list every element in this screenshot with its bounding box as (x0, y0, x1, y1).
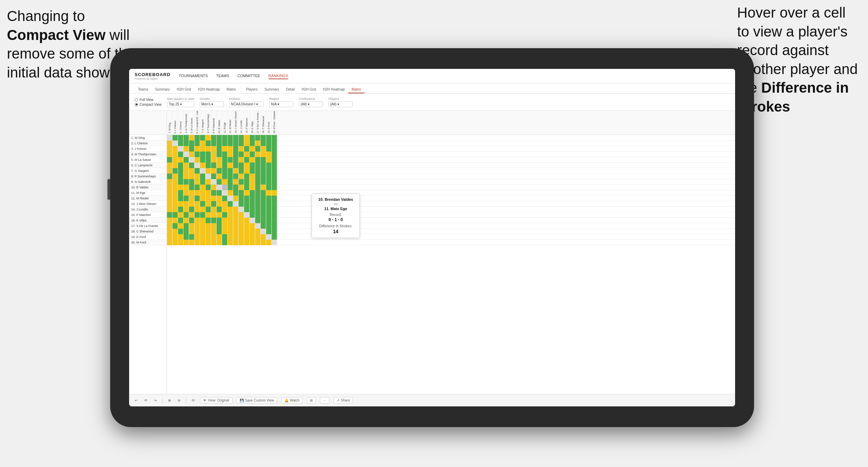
matrix-cell[interactable] (228, 201, 233, 207)
matrix-cell[interactable] (244, 168, 250, 174)
matrix-cell[interactable] (261, 174, 266, 179)
matrix-cell[interactable] (255, 141, 261, 146)
matrix-cell[interactable] (255, 190, 261, 196)
matrix-cell[interactable] (233, 146, 239, 152)
gender-select[interactable]: Men's ▾ (200, 101, 224, 107)
matrix-cell[interactable] (222, 141, 228, 146)
matrix-cell[interactable] (206, 196, 211, 201)
matrix-cell[interactable] (172, 174, 178, 179)
matrix-cell[interactable] (261, 201, 266, 207)
matrix-cell[interactable] (195, 212, 200, 218)
matrix-cell[interactable] (272, 168, 277, 174)
matrix-cell[interactable] (239, 223, 244, 229)
matrix-cell[interactable] (178, 234, 184, 240)
matrix-cell[interactable] (195, 146, 200, 152)
matrix-cell[interactable] (217, 223, 222, 229)
watch-btn[interactable]: 🔔 Watch (281, 397, 303, 404)
matrix-cell[interactable] (266, 229, 272, 234)
matrix-cell[interactable] (184, 174, 189, 179)
matrix-cell[interactable] (206, 152, 211, 157)
matrix-cell[interactable] (217, 196, 222, 201)
matrix-cell[interactable] (178, 223, 184, 229)
matrix-cell[interactable] (178, 218, 184, 223)
matrix-cell[interactable] (217, 185, 222, 190)
matrix-cell[interactable] (217, 157, 222, 163)
matrix-cell[interactable] (178, 168, 184, 174)
matrix-cell[interactable] (200, 146, 206, 152)
matrix-cell[interactable] (178, 201, 184, 207)
matrix-cell[interactable] (189, 174, 195, 179)
matrix-cell[interactable] (167, 212, 172, 218)
sub-tab-h2h-grid[interactable]: H2H Grid (173, 86, 195, 93)
matrix-cell[interactable] (233, 207, 239, 212)
matrix-cell[interactable] (206, 229, 211, 234)
matrix-cell[interactable] (189, 196, 195, 201)
matrix-cell[interactable] (222, 168, 228, 174)
matrix-cell[interactable] (261, 179, 266, 185)
matrix-cell[interactable] (261, 168, 266, 174)
matrix-cell[interactable] (167, 229, 172, 234)
matrix-cell[interactable] (228, 185, 233, 190)
matrix-cell[interactable] (250, 135, 255, 141)
matrix-cell[interactable] (184, 234, 189, 240)
matrix-cell[interactable] (178, 135, 184, 141)
view-original-btn[interactable]: 👁 View: Original (200, 397, 232, 404)
matrix-cell[interactable] (200, 163, 206, 168)
matrix-cell[interactable] (200, 234, 206, 240)
matrix-cell[interactable] (261, 218, 266, 223)
matrix-cell[interactable] (189, 190, 195, 196)
matrix-cell[interactable] (255, 152, 261, 157)
matrix-cell[interactable] (255, 135, 261, 141)
matrix-cell[interactable] (261, 223, 266, 229)
matrix-cell[interactable] (239, 234, 244, 240)
matrix-cell[interactable] (233, 229, 239, 234)
matrix-cell[interactable] (172, 152, 178, 157)
matrix-cell[interactable] (222, 223, 228, 229)
matrix-cell[interactable] (195, 234, 200, 240)
matrix-cell[interactable] (222, 218, 228, 223)
matrix-cell[interactable] (195, 218, 200, 223)
matrix-cell[interactable] (255, 212, 261, 218)
matrix-cell[interactable] (239, 212, 244, 218)
redo-icon[interactable]: ⟲ (143, 398, 148, 403)
matrix-cell[interactable] (233, 218, 239, 223)
matrix-cell[interactable] (261, 163, 266, 168)
player-row[interactable]: 9. N Gabrelcik (129, 179, 167, 185)
matrix-cell[interactable] (195, 174, 200, 179)
matrix-cell[interactable] (184, 179, 189, 185)
matrix-cell[interactable] (178, 207, 184, 212)
matrix-cell[interactable] (266, 174, 272, 179)
matrix-cell[interactable] (172, 163, 178, 168)
matrix-cell[interactable] (222, 146, 228, 152)
matrix-cell[interactable] (239, 146, 244, 152)
matrix-cell[interactable] (244, 157, 250, 163)
matrix-cell[interactable] (233, 223, 239, 229)
matrix-cell[interactable] (189, 152, 195, 157)
matrix-cell[interactable] (184, 223, 189, 229)
matrix-cell[interactable] (239, 185, 244, 190)
matrix-cell[interactable] (184, 185, 189, 190)
matrix-cell[interactable] (250, 196, 255, 201)
matrix-cell[interactable] (233, 179, 239, 185)
matrix-cell[interactable] (228, 168, 233, 174)
nav-committee[interactable]: COMMITTEE (238, 73, 260, 79)
matrix-cell[interactable] (244, 163, 250, 168)
matrix-cell[interactable] (211, 234, 217, 240)
matrix-cell[interactable] (195, 207, 200, 212)
matrix-cell[interactable] (233, 152, 239, 157)
matrix-cell[interactable] (228, 163, 233, 168)
matrix-cell[interactable] (228, 218, 233, 223)
matrix-cell[interactable] (189, 207, 195, 212)
matrix-cell[interactable] (233, 234, 239, 240)
matrix-cell[interactable] (239, 201, 244, 207)
matrix-cell[interactable] (217, 229, 222, 234)
compact-view-radio[interactable] (135, 103, 138, 106)
matrix-cell[interactable] (228, 152, 233, 157)
nav-teams[interactable]: TEAMS (216, 73, 229, 79)
region-select[interactable]: N/A ▾ (269, 101, 293, 107)
matrix-cell[interactable] (250, 185, 255, 190)
sub-tab-teams[interactable]: Teams (135, 86, 151, 93)
matrix-cell[interactable] (189, 223, 195, 229)
division-select[interactable]: NCAA Division I ▾ (229, 101, 264, 107)
matrix-cell[interactable] (255, 179, 261, 185)
